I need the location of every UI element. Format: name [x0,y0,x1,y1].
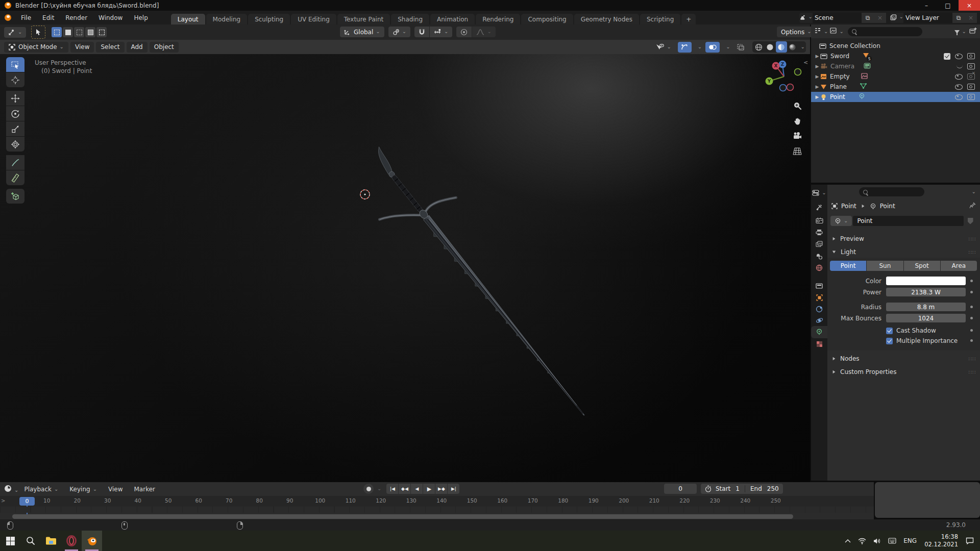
timeline-ruler[interactable]: > 10203040506070809010011012013014015016… [0,496,874,507]
data-name-field[interactable]: Point [853,216,964,226]
start-value[interactable]: 1 [736,485,740,492]
tool-select-box-button[interactable] [31,26,45,39]
drag-handle-icon[interactable]: ∷∷ [968,356,976,362]
play-reverse-button[interactable]: ◀ [411,484,423,494]
collection-checkbox[interactable] [944,53,950,60]
drag-handle-icon[interactable]: ∷∷ [968,249,976,255]
panel-nodes[interactable]: Nodes ∷∷ [827,353,980,364]
breadcrumb-data[interactable]: Point [880,203,895,210]
select-mode-intersect[interactable] [96,27,107,37]
clock[interactable]: 16:38 02.12.2021 [924,533,958,548]
tab-light-data-icon[interactable] [811,326,827,338]
light-data-dropdown[interactable] [830,216,852,226]
shading-material-button[interactable] [776,41,787,53]
camera-view-icon[interactable] [792,130,803,141]
light-type-option[interactable]: Area [941,261,977,271]
animate-dot[interactable] [970,317,973,319]
tool-transform[interactable] [6,137,24,152]
animate-dot[interactable] [970,280,973,282]
hide-viewport-icon[interactable] [955,74,963,80]
animate-dot[interactable] [970,339,973,342]
menu-item[interactable]: File [15,14,37,21]
light-type-option[interactable]: Sun [867,261,903,271]
drag-handle-icon[interactable]: ∷∷ [968,369,976,375]
tab-physics-icon[interactable] [811,314,827,327]
fake-user-shield-icon[interactable] [964,218,977,224]
view-menu[interactable]: View [103,486,128,493]
orthographic-toggle-icon[interactable] [792,145,803,157]
sidebar-collapse-icon[interactable]: < [803,59,808,66]
properties-display-options[interactable] [969,188,976,195]
tab-output-icon[interactable] [811,226,827,238]
tab-layout[interactable]: Layout [171,14,205,24]
hide-viewport-icon[interactable] [955,94,963,100]
workspace-tab[interactable]: Rendering [476,14,520,24]
panel-custom-properties[interactable]: Custom Properties ∷∷ [827,366,980,378]
new-scene-icon[interactable]: ⧉ [862,13,874,23]
volume-icon[interactable] [873,538,881,544]
action-center-icon[interactable] [966,537,974,544]
menu-item[interactable]: Help [128,14,153,21]
properties-search-input[interactable] [859,187,924,196]
scene-name[interactable]: Scene [813,13,862,23]
point-light-gizmo[interactable] [360,190,370,199]
transform-orientation-dropdown[interactable]: Global [340,27,384,37]
add-workspace-button[interactable]: + [681,14,696,24]
proportional-falloff-dropdown[interactable] [472,27,495,37]
viewport-menu-item[interactable]: Object [150,42,179,53]
show-gizmo-toggle[interactable] [678,42,692,53]
workspace-tab[interactable]: Modeling [206,14,248,24]
outliner-row-camera[interactable]: ▶ Camera [811,61,980,71]
timeline-scrollbar[interactable] [0,513,874,519]
navigation-gizmo[interactable]: Z X Y [765,58,804,94]
wifi-icon[interactable] [858,538,866,544]
view-layer-name[interactable]: View Layer [903,13,952,23]
tab-texture-icon[interactable] [811,338,827,350]
playback-menu[interactable]: Playback [18,486,64,493]
snap-toggle[interactable] [414,27,429,37]
minimize-button[interactable]: – [916,0,937,11]
input-indicator-icon[interactable] [888,538,896,544]
tab-collection-icon[interactable] [811,280,827,292]
workspace-tab[interactable]: Sculpting [248,14,290,24]
play-button[interactable]: ▶ [423,484,435,494]
browse-scene-icon[interactable] [799,14,813,21]
active-tool-selector[interactable] [4,27,26,38]
hide-viewport-icon[interactable] [955,54,963,59]
maximize-button[interactable]: □ [937,0,959,11]
workspace-tab[interactable]: Texture Paint [337,14,390,24]
tool-annotate[interactable] [6,155,24,170]
zoom-view-icon[interactable] [792,100,803,111]
select-mode-subtract[interactable] [74,27,84,37]
tab-object-icon[interactable] [811,291,827,304]
start-button[interactable] [0,531,20,551]
timeline-editor-icon[interactable] [4,485,18,494]
xray-toggle[interactable] [734,42,747,53]
pivot-point-dropdown[interactable] [388,27,410,37]
tab-constraints-icon[interactable] [811,303,827,315]
next-keyframe-button[interactable]: ▶◆ [435,484,447,494]
menu-item[interactable]: Window [93,14,128,21]
color-swatch[interactable] [886,277,966,285]
blender-taskbar-icon[interactable] [82,531,102,551]
viewport-menu-item[interactable]: View [70,42,94,53]
multiple-importance-checkbox[interactable] [886,338,893,344]
shading-solid-button[interactable] [765,41,776,53]
workspace-tab[interactable]: Geometry Nodes [574,14,639,24]
select-mode-set[interactable] [52,27,62,37]
tab-render-icon[interactable] [811,214,827,227]
power-field[interactable]: 2138.3 W [886,288,966,296]
animate-dot[interactable] [970,306,973,308]
tab-tool-icon[interactable] [811,201,827,213]
mode-selector[interactable]: Object Mode [4,42,68,53]
tool-cursor[interactable] [6,72,24,87]
viewport-canvas[interactable]: User Perspective (0) Sword | Point [0,54,810,482]
outliner-display-mode-icon[interactable] [814,28,828,35]
overlays-dropdown[interactable] [722,42,731,53]
tool-scale[interactable] [6,121,24,136]
shading-dropdown[interactable] [798,43,805,51]
end-value[interactable]: 250 [767,485,779,492]
delete-scene-icon[interactable]: × [874,13,886,23]
workspace-tab[interactable]: Scripting [640,14,680,24]
viewport-menu-item[interactable]: Select [96,42,124,53]
